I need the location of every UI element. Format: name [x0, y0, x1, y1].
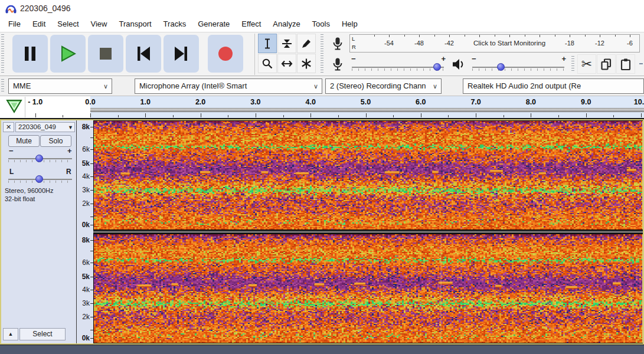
vertical-scale-strip: 8k6k5k4k3k2k0k 8k6k5k4k3k2k0k — [77, 120, 93, 343]
play-icon — [60, 45, 76, 62]
asterisk-icon — [300, 58, 312, 70]
meter-tick — [615, 35, 616, 37]
timeline-tick-minor — [173, 115, 174, 117]
frequency-label: 8k — [77, 123, 90, 131]
meter-tick — [540, 35, 540, 37]
track-format-line2: 32-bit float — [5, 195, 35, 202]
transport-toolbar-grip[interactable] — [1, 34, 4, 73]
slider-plus-label: + — [441, 54, 446, 63]
timeline-label: 9.0 — [581, 98, 591, 106]
frequency-label: 5k — [77, 273, 90, 281]
skip-to-start-button[interactable] — [126, 35, 161, 73]
recording-volume-thumb[interactable] — [433, 63, 441, 71]
draw-tool-button[interactable] — [297, 34, 316, 53]
time-shift-tool-button[interactable] — [277, 54, 296, 73]
play-button[interactable] — [50, 35, 86, 73]
pan-slider-thumb[interactable] — [35, 175, 43, 183]
scrub-bar[interactable] — [90, 108, 644, 112]
meter-toolbar-grip[interactable] — [321, 34, 323, 73]
solo-button[interactable]: Solo — [40, 135, 71, 147]
paste-icon — [619, 58, 632, 71]
frequency-ruler-right-channel[interactable]: 8k6k5k4k3k2k0k — [77, 234, 93, 343]
timeline-label: 1.0 — [140, 98, 151, 106]
workspace-background — [0, 345, 644, 354]
spectrogram-right-channel[interactable] — [93, 234, 643, 343]
menu-view[interactable]: View — [85, 17, 113, 32]
recording-device-dropdown[interactable]: Microphone Array (Intel® Smart ∨ — [135, 78, 322, 94]
envelope-tool-button[interactable] — [277, 34, 296, 53]
edit-toolbar-grip[interactable] — [571, 56, 574, 73]
track-stereo: ✕ 220306_049 ▼ Mute Solo − + L R Stereo,… — [0, 119, 644, 345]
meter-tick — [630, 35, 630, 37]
audacity-window: 220306_0496 FileEditSelectViewTransportT… — [0, 0, 644, 354]
copy-icon — [600, 58, 613, 71]
pause-button[interactable] — [12, 35, 48, 73]
device-toolbar-grip[interactable] — [1, 79, 4, 93]
spectrogram-left-channel[interactable] — [93, 120, 643, 230]
menu-effect[interactable]: Effect — [236, 17, 267, 32]
dropdown-arrow-icon: ▼ — [68, 123, 73, 132]
cut-button[interactable]: ✂ — [577, 54, 596, 74]
timeline-tick-minor — [504, 115, 504, 117]
slider-ticks — [352, 68, 444, 71]
slider-track[interactable] — [352, 67, 444, 68]
meter-tick — [374, 35, 375, 37]
record-icon — [217, 45, 234, 62]
mute-button[interactable]: Mute — [8, 135, 40, 147]
track-collapse-button[interactable]: ▲ — [3, 328, 18, 340]
left-right-arrow-icon — [281, 58, 293, 70]
window-title: 220306_0496 — [20, 4, 71, 13]
meter-db-label: -12 — [595, 40, 604, 47]
menu-file[interactable]: File — [2, 17, 27, 32]
pencil-icon — [300, 38, 312, 50]
playback-device-dropdown[interactable]: Realtek HD Audio 2nd output (Re — [463, 78, 644, 94]
copy-button[interactable] — [597, 54, 616, 74]
timeline-divider — [25, 97, 25, 117]
multi-tool-button[interactable] — [297, 54, 316, 73]
scissors-icon: ✂ — [581, 58, 592, 71]
title-bar: 220306_0496 — [0, 0, 644, 17]
timeline-tick-major — [366, 113, 367, 117]
recording-volume-slider[interactable]: − + — [349, 55, 447, 73]
menu-generate[interactable]: Generate — [192, 17, 236, 32]
menu-tools[interactable]: Tools — [306, 17, 336, 32]
timeline-label: 6.0 — [416, 98, 426, 106]
frequency-label: 8k — [77, 237, 90, 244]
track-close-button[interactable]: ✕ — [3, 122, 14, 132]
menu-help[interactable]: Help — [336, 17, 364, 32]
record-button[interactable] — [208, 35, 243, 73]
pause-icon — [23, 46, 37, 61]
slider-plus-label: + — [561, 54, 566, 63]
slider-track[interactable] — [472, 67, 564, 68]
meter-monitor-text[interactable]: Click to Start Monitoring — [473, 40, 545, 47]
recording-meter-mic-button[interactable] — [328, 34, 347, 53]
playback-volume-slider[interactable]: − + — [470, 55, 568, 73]
recording-channels-dropdown[interactable]: 2 (Stereo) Recording Chann ∨ — [325, 78, 442, 94]
menu-tracks[interactable]: Tracks — [158, 17, 192, 32]
playback-device-value: Realtek HD Audio 2nd output (Re — [468, 81, 581, 90]
frequency-label: 5k — [77, 160, 90, 168]
menu-transport[interactable]: Transport — [113, 17, 157, 32]
timeline-tick-major — [90, 113, 91, 117]
frequency-label: 3k — [77, 186, 90, 194]
timeline-tick-minor — [283, 115, 284, 117]
gain-slider-thumb[interactable] — [35, 155, 43, 162]
track-select-button[interactable]: Select — [19, 328, 66, 340]
stop-button[interactable] — [88, 35, 123, 73]
menu-analyze[interactable]: Analyze — [267, 17, 306, 32]
audio-host-dropdown[interactable]: MME ∨ — [8, 78, 112, 94]
timeline-tick-major — [256, 113, 256, 117]
recording-meter[interactable]: L R -54-48-42-18-12-6Click to Start Moni… — [349, 34, 640, 53]
skip-to-end-button[interactable] — [164, 35, 199, 73]
paste-button[interactable] — [616, 54, 635, 74]
selection-tool-button[interactable] — [258, 34, 277, 53]
zoom-tool-button[interactable] — [258, 54, 277, 73]
frequency-ruler-left-channel[interactable]: 8k6k5k4k3k2k0k — [77, 120, 93, 230]
timeline-ruler[interactable]: - 1.00.01.02.03.04.05.06.07.08.09.010.0 — [0, 96, 644, 119]
track-name-dropdown[interactable]: 220306_049 ▼ — [15, 122, 75, 132]
gain-minus-label: − — [9, 146, 14, 155]
menu-select[interactable]: Select — [51, 17, 84, 32]
timeline-options-button[interactable] — [6, 99, 22, 114]
chevron-down-icon: ∨ — [313, 79, 318, 93]
menu-edit[interactable]: Edit — [27, 17, 51, 32]
